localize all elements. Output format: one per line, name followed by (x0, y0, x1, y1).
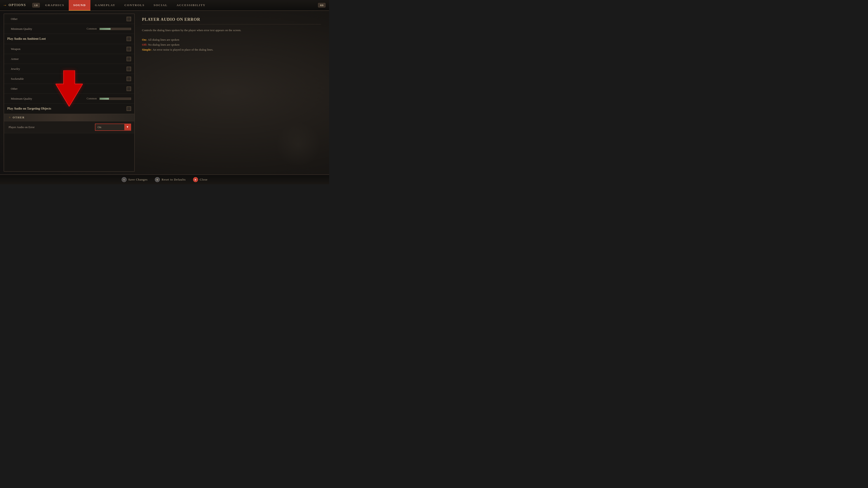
option-key-on: On: (142, 37, 147, 42)
option-text-off: No dialog lines are spoken (148, 42, 180, 47)
list-item[interactable]: Minimum Quality Common (4, 94, 134, 104)
group-header-ambient-loot[interactable]: Play Audio on Ambient Loot (4, 34, 134, 44)
dropdown-row-player-audio-error[interactable]: Player Audio on Error On ▼ (4, 121, 134, 133)
settings-scroll[interactable]: Other Minimum Quality Common Play Audio … (4, 14, 134, 171)
list-item[interactable]: Weapon (4, 44, 134, 54)
item-label-socketable: Socketable (11, 77, 127, 80)
item-label-weapon: Weapon (11, 47, 127, 51)
tab-social[interactable]: SOCIAL (149, 0, 172, 11)
bottom-bar: Y Save Changes R Reset to Defaults B Clo… (0, 174, 329, 184)
section-divider-other: ⁘ OTHER (4, 114, 134, 121)
nav-logo-text: OPTIONS (8, 3, 26, 7)
slider-label-2: Common (87, 97, 97, 100)
description-option-off: Off: No dialog lines are spoken (142, 42, 321, 47)
item-label-other1: Other (11, 17, 127, 21)
reset-action[interactable]: R Reset to Defaults (155, 177, 186, 182)
list-item[interactable]: Armor (4, 54, 134, 64)
item-label-minquality2: Minimum Quality (11, 97, 87, 101)
description-body: Controls the dialog lines spoken by the … (142, 28, 321, 33)
list-item[interactable]: Other (4, 84, 134, 94)
save-btn-icon: Y (122, 177, 127, 182)
save-label: Save Changes (128, 178, 148, 182)
checkbox-jewelry[interactable] (127, 67, 131, 71)
tab-controls[interactable]: CONTROLS (120, 0, 149, 11)
checkbox-socketable[interactable] (127, 76, 131, 81)
slider-1[interactable] (99, 28, 131, 30)
lb-button[interactable]: LB (32, 3, 40, 7)
close-action[interactable]: B Close (193, 177, 208, 182)
divider-icon: ⁘ (8, 116, 11, 119)
group-header-label: Play Audio on Ambient Loot (7, 37, 127, 41)
close-btn-icon: B (193, 177, 198, 182)
list-item[interactable]: Minimum Quality Common (4, 24, 134, 34)
reset-btn-icon: R (155, 177, 160, 182)
option-text-on: All dialog lines are spoken (148, 37, 179, 42)
rb-button[interactable]: RB (318, 3, 326, 7)
item-label-jewelry: Jewelry (11, 67, 127, 71)
option-key-off: Off: (142, 42, 147, 47)
checkbox-ambient-loot[interactable] (127, 37, 131, 41)
description-option-simple: Simple: An error noise is played in plac… (142, 47, 321, 52)
group-header-targeting-label: Play Audio on Targeting Objects (7, 107, 127, 110)
nav-bar: → OPTIONS LB GRAPHICS SOUND GAMEPLAY CON… (0, 0, 329, 11)
checkbox-weapon[interactable] (127, 47, 131, 51)
list-item[interactable]: Jewelry (4, 64, 134, 74)
nav-tabs: GRAPHICS SOUND GAMEPLAY CONTROLS SOCIAL … (41, 0, 317, 11)
dropdown-arrow-icon[interactable]: ▼ (124, 124, 131, 130)
tab-graphics[interactable]: GRAPHICS (41, 0, 69, 11)
description-panel: PLAYER AUDIO ON ERROR Controls the dialo… (137, 13, 326, 172)
option-key-simple: Simple: (142, 47, 152, 52)
slider-container-1: Common (87, 27, 131, 31)
tab-sound[interactable]: SOUND (69, 0, 90, 11)
description-option-on: On: All dialog lines are spoken (142, 37, 321, 42)
close-label: Close (200, 178, 208, 182)
dropdown-label-player-audio-error: Player Audio on Error (8, 125, 95, 129)
slider-label-1: Common (87, 27, 97, 31)
description-title: PLAYER AUDIO ON ERROR (142, 17, 321, 24)
nav-logo: → OPTIONS (3, 3, 26, 8)
list-item[interactable]: Other (4, 14, 134, 24)
item-label-other2: Other (11, 87, 127, 91)
item-label-armor: Armor (11, 57, 127, 61)
checkbox-targeting-objects[interactable] (127, 106, 131, 111)
checkbox-armor[interactable] (127, 57, 131, 61)
option-text-simple: An error noise is played in place of the… (153, 47, 213, 52)
dropdown-value-player-audio-error: On (95, 124, 124, 130)
checkbox-other1[interactable] (127, 17, 131, 21)
dropdown-control-player-audio-error[interactable]: On ▼ (95, 124, 131, 131)
settings-panel: Other Minimum Quality Common Play Audio … (4, 13, 135, 172)
group-header-targeting-objects[interactable]: Play Audio on Targeting Objects (4, 104, 134, 114)
tab-accessibility[interactable]: ACCESSIBILITY (172, 0, 210, 11)
list-item[interactable]: Socketable (4, 74, 134, 84)
item-label-minquality1: Minimum Quality (11, 27, 87, 31)
tab-gameplay[interactable]: GAMEPLAY (90, 0, 120, 11)
checkbox-other2[interactable] (127, 87, 131, 91)
save-action[interactable]: Y Save Changes (122, 177, 148, 182)
slider-2[interactable] (99, 98, 131, 100)
slider-container-2: Common (87, 97, 131, 100)
nav-arrow-icon: → (3, 3, 7, 8)
main-content: Other Minimum Quality Common Play Audio … (0, 11, 329, 174)
reset-label: Reset to Defaults (162, 178, 186, 182)
section-divider-label: OTHER (13, 116, 25, 119)
